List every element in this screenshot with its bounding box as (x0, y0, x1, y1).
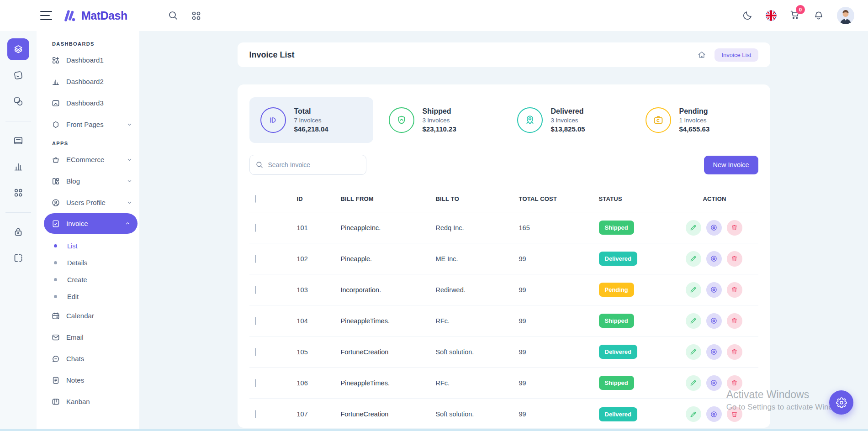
stat-delivered[interactable]: Delivered 3 invoices $13,825.05 (506, 97, 630, 143)
table-row: 103 Incorporation. Redirwed. 99 Pending (249, 274, 758, 305)
invoice-icon (51, 219, 60, 228)
rail-auth-button[interactable] (7, 221, 29, 243)
delete-button[interactable] (727, 251, 742, 267)
icon-rail (0, 0, 37, 431)
chart-icon (13, 161, 24, 172)
delete-button[interactable] (727, 406, 742, 422)
panel-right-icon (13, 252, 24, 263)
camera-icon (652, 114, 664, 126)
row-checkbox[interactable] (255, 317, 256, 325)
sidebar-item-email[interactable]: Email (37, 326, 139, 348)
delete-button[interactable] (727, 313, 742, 329)
chat-icon (51, 354, 60, 363)
dark-mode-moon-icon[interactable] (742, 10, 753, 21)
table-row: 106 PineappleTimes. RFc. 99 Shipped (249, 368, 758, 399)
grid-plus-icon (51, 56, 60, 65)
cart-button[interactable]: 0 (789, 9, 800, 22)
sidebar-item-invoice[interactable]: Invoice (44, 213, 138, 234)
edit-button[interactable] (686, 406, 701, 422)
delete-button[interactable] (727, 220, 742, 236)
sidebar-item-blog[interactable]: Blog (37, 170, 139, 192)
rail-divider (5, 121, 31, 121)
hamburger-menu-icon[interactable] (40, 11, 52, 20)
col-header-action: ACTION (686, 195, 758, 202)
delete-button[interactable] (727, 375, 742, 391)
view-button[interactable] (706, 251, 722, 267)
sidebar-subitem-edit[interactable]: Edit (37, 288, 139, 305)
delete-button[interactable] (727, 344, 742, 360)
sidebar-item-users-profile[interactable]: Users Profile (37, 192, 139, 213)
chevron-down-icon (126, 178, 133, 184)
sidebar-item-dashboard2[interactable]: Dashboard2 (37, 71, 139, 92)
user-avatar[interactable] (837, 7, 854, 24)
apps-grid-icon[interactable] (191, 10, 201, 21)
eye-icon (710, 224, 718, 231)
rail-charts-button[interactable] (7, 156, 29, 178)
row-checkbox[interactable] (255, 410, 256, 418)
edit-button[interactable] (686, 344, 701, 360)
view-button[interactable] (706, 344, 722, 360)
sidebar-item-chats[interactable]: Chats (37, 348, 139, 369)
sidebar-item-front-pages[interactable]: Front Pages (37, 114, 139, 135)
breadcrumb-current-chip[interactable]: Invoice List (715, 48, 758, 62)
rail-frontpages-button[interactable] (7, 64, 29, 86)
sidebar-item-kanban[interactable]: Kanban (37, 391, 139, 412)
sidebar-item-dashboard3[interactable]: Dashboard3 (37, 92, 139, 114)
edit-button[interactable] (686, 375, 701, 391)
rail-design-button[interactable] (7, 90, 29, 112)
settings-fab-button[interactable] (829, 390, 853, 415)
sidebar-subitem-create[interactable]: Create (37, 271, 139, 288)
edit-button[interactable] (686, 251, 701, 267)
user-shield-icon (51, 198, 60, 207)
table-header-row: ID BILL FROM BILL TO TOTAL COST STATUS A… (249, 186, 758, 212)
rail-widgets-button[interactable] (7, 182, 29, 204)
stat-shipped[interactable]: Shipped 3 invoices $23,110.23 (378, 97, 502, 143)
eye-icon (710, 379, 718, 387)
row-checkbox[interactable] (255, 348, 256, 356)
row-checkbox[interactable] (255, 255, 256, 263)
brand-logo[interactable]: MatDash (62, 8, 127, 23)
gear-icon (836, 397, 847, 408)
edit-button[interactable] (686, 313, 701, 329)
delete-button[interactable] (727, 282, 742, 298)
status-badge: Shipped (599, 221, 634, 235)
view-button[interactable] (706, 313, 722, 329)
uk-flag-icon[interactable] (766, 10, 777, 21)
stat-shipped-circle (389, 107, 414, 133)
row-checkbox[interactable] (255, 286, 256, 294)
bullet-dot-icon (54, 261, 57, 264)
view-button[interactable] (706, 375, 722, 391)
search-invoice-input[interactable] (249, 155, 366, 175)
new-invoice-button[interactable]: New Invoice (704, 156, 758, 174)
pencil-icon (689, 379, 697, 387)
select-all-checkbox[interactable] (255, 195, 256, 203)
home-icon[interactable] (697, 50, 706, 59)
rail-layout-button[interactable] (7, 247, 29, 269)
bell-icon[interactable] (813, 10, 824, 21)
sidebar-subitem-list[interactable]: List (37, 237, 139, 254)
sidebar-item-notes[interactable]: Notes (37, 369, 139, 391)
view-button[interactable] (706, 220, 722, 236)
rail-cards-button[interactable] (7, 130, 29, 152)
stat-total[interactable]: Total 7 invoices $46,218.04 (249, 97, 373, 143)
sidebar-item-dashboard1[interactable]: Dashboard1 (37, 49, 139, 71)
stat-delivered-circle (517, 107, 543, 133)
trash-icon (730, 379, 738, 387)
view-button[interactable] (706, 282, 722, 298)
status-badge: Delivered (599, 345, 638, 359)
sidebar-item-ecommerce[interactable]: ECommerce (37, 149, 139, 170)
sidebar-item-calendar[interactable]: Calendar (37, 305, 139, 326)
invoice-table: ID BILL FROM BILL TO TOTAL COST STATUS A… (249, 186, 758, 428)
row-checkbox[interactable] (255, 379, 256, 387)
stat-pending[interactable]: Pending 1 invoices $4,655.63 (635, 97, 758, 143)
view-button[interactable] (706, 406, 722, 422)
edit-button[interactable] (686, 282, 701, 298)
col-header-total-cost: TOTAL COST (519, 195, 599, 202)
top-header: MatDash 0 (0, 0, 868, 31)
sidebar-subitem-details[interactable]: Details (37, 254, 139, 271)
sidebar: DASHBOARDS Dashboard1 Dashboard2 Dashboa… (37, 31, 139, 431)
row-checkbox[interactable] (255, 224, 256, 232)
edit-button[interactable] (686, 220, 701, 236)
rail-dashboards-button[interactable] (7, 38, 29, 60)
search-icon[interactable] (168, 10, 179, 21)
